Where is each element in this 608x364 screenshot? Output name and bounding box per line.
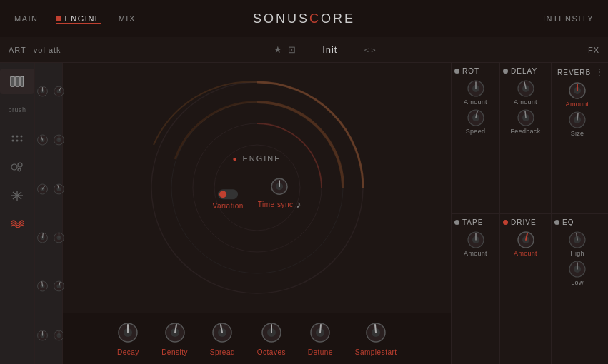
- reverb-amount-knob[interactable]: [568, 81, 587, 100]
- knob-row-5: [36, 278, 65, 294]
- effects-bottom-row: TAPE Amount DRIVE: [452, 214, 608, 365]
- effects-top-row: ROT Amount Speed: [452, 63, 608, 214]
- drive-section: DRIVE Amount: [500, 214, 552, 365]
- rot-speed-group: Speed: [454, 107, 497, 136]
- delay-amount-knob[interactable]: [517, 79, 535, 98]
- sidebar-icon-brush[interactable]: brush: [0, 97, 34, 123]
- fx-label[interactable]: FX: [588, 46, 599, 54]
- svg-rect-1: [16, 76, 19, 86]
- timesync-knob[interactable]: [270, 177, 289, 196]
- knob-row-4: [36, 230, 65, 246]
- knob-3a[interactable]: [36, 181, 49, 197]
- eq-low-knob[interactable]: [568, 260, 587, 278]
- eq-section: EQ High Low: [552, 214, 603, 365]
- density-knob-group: Density: [161, 321, 188, 356]
- eq-high-group: High: [554, 229, 600, 258]
- svg-point-5: [21, 136, 23, 138]
- svg-point-4: [16, 136, 19, 138]
- sidebar-icon-bubbles[interactable]: [0, 154, 34, 180]
- engine-controls: Variation Time sync ♪: [213, 177, 301, 210]
- delay-feedback-knob[interactable]: [517, 108, 535, 127]
- svg-point-8: [21, 140, 23, 142]
- nav-engine[interactable]: ENGINE: [56, 14, 101, 24]
- samplestart-knob-group: Samplestart: [355, 321, 397, 356]
- drive-amount-knob[interactable]: [517, 231, 535, 249]
- tape-amount-knob[interactable]: [467, 231, 485, 249]
- sidebar-icon-bars[interactable]: [0, 69, 34, 94]
- reverb-amount-group: Amount: [554, 80, 600, 109]
- knob-4a[interactable]: [36, 230, 49, 246]
- knob-row-6: [36, 328, 65, 343]
- variation-toggle[interactable]: [218, 189, 238, 199]
- rot-speed-knob[interactable]: [467, 108, 485, 127]
- delay-title: DELAY: [511, 67, 537, 75]
- nav-intensity[interactable]: INTENSITY: [543, 14, 594, 23]
- eq-high-knob[interactable]: [568, 231, 587, 249]
- detune-knob[interactable]: [309, 321, 332, 344]
- subnav-art[interactable]: ART: [9, 46, 26, 54]
- center-area: ● ENGINE Variation: [63, 63, 451, 364]
- reverb-size-group: Size: [554, 109, 600, 138]
- knob-1a[interactable]: [36, 84, 49, 99]
- tape-header: TAPE: [454, 218, 497, 226]
- preset-name: Init: [301, 44, 359, 55]
- drive-title: DRIVE: [511, 218, 537, 226]
- preset-arrows[interactable]: < >: [364, 46, 376, 54]
- sidebar-knobs: [35, 63, 66, 364]
- decay-label: Decay: [117, 348, 139, 356]
- octaves-knob[interactable]: [260, 321, 283, 344]
- reverb-section: REVERB ⋮ Amount: [552, 63, 603, 213]
- rot-amount-group: Amount: [454, 78, 497, 107]
- svg-point-7: [16, 140, 19, 142]
- sidebar-icon-dots[interactable]: [0, 126, 34, 151]
- knob-2a[interactable]: [36, 132, 49, 148]
- right-panel: ROT Amount Speed: [451, 63, 608, 364]
- variation-label: Variation: [213, 202, 244, 210]
- eq-title: EQ: [562, 218, 574, 226]
- subnav-volatk[interactable]: vol atk: [34, 46, 61, 54]
- svg-line-42: [42, 282, 43, 286]
- tape-amount-label: Amount: [464, 250, 487, 257]
- octaves-label: Octaves: [257, 348, 286, 356]
- svg-point-3: [12, 136, 14, 138]
- density-knob[interactable]: [164, 321, 186, 344]
- nav-mix[interactable]: MIX: [119, 14, 136, 23]
- svg-line-88: [525, 111, 526, 118]
- top-nav: MAIN ENGINE MIX SONUSCORE INTENSITY: [0, 0, 608, 37]
- svg-point-6: [12, 140, 14, 142]
- rot-speed-label: Speed: [466, 128, 486, 135]
- rot-amount-knob[interactable]: [467, 79, 485, 98]
- sidebar-icon-waves[interactable]: [0, 211, 34, 237]
- drive-header: DRIVE: [503, 218, 548, 226]
- reverb-size-knob[interactable]: [568, 111, 587, 129]
- svg-line-73: [320, 325, 321, 333]
- rot-header: ROT: [454, 67, 497, 75]
- spread-knob[interactable]: [211, 321, 234, 344]
- timesync-label: Time sync: [258, 201, 294, 208]
- tape-title: TAPE: [462, 218, 483, 226]
- sub-nav: ART vol atk ★ ⊡ Init < > FX: [0, 37, 608, 63]
- eq-low-group: Low: [554, 258, 600, 288]
- delay-dot: [503, 69, 508, 74]
- knob-6a[interactable]: [36, 328, 49, 343]
- engine-center: ● ENGINE Variation: [213, 154, 301, 210]
- variation-control: Variation: [213, 189, 244, 210]
- tape-dot: [454, 220, 459, 225]
- app-logo: SONUSCORE: [253, 11, 355, 26]
- nav-main[interactable]: MAIN: [14, 14, 39, 23]
- knob-row-2: [36, 132, 65, 148]
- delay-feedback-group: Feedback: [503, 107, 548, 136]
- svg-line-36: [43, 233, 44, 238]
- samplestart-knob[interactable]: [364, 321, 387, 344]
- drive-amount-group: Amount: [503, 229, 548, 258]
- reverb-amount-label: Amount: [566, 101, 589, 108]
- reverb-header: REVERB ⋮: [554, 67, 600, 77]
- tape-section: TAPE Amount: [452, 214, 500, 365]
- star-icon[interactable]: ★: [274, 44, 282, 55]
- samplestart-label: Samplestart: [355, 348, 397, 356]
- decay-knob[interactable]: [116, 321, 139, 344]
- knob-5a[interactable]: [36, 278, 49, 294]
- save-icon[interactable]: ⊡: [288, 44, 296, 55]
- sidebar-icon-cross[interactable]: [0, 183, 34, 208]
- delay-header: DELAY: [503, 67, 548, 75]
